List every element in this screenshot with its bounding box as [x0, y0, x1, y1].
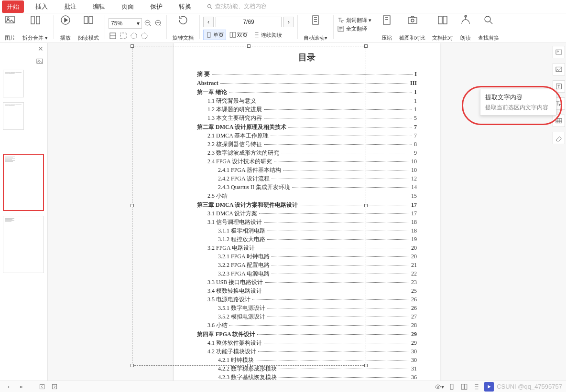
svg-rect-36 — [465, 384, 467, 389]
svg-rect-26 — [556, 50, 562, 54]
svg-point-10 — [131, 33, 137, 39]
view-double[interactable]: 双页 — [227, 30, 250, 40]
rib-find-replace[interactable]: 查找替换 — [476, 14, 501, 41]
tab-convert[interactable]: 转换 — [174, 0, 196, 13]
page-number[interactable]: 7/69 — [216, 17, 282, 27]
compress-icon — [381, 14, 392, 26]
tab-start[interactable]: 开始 — [2, 0, 24, 13]
ribbon: 图片 拆分合并 ▾ 播放 阅读模式 75%▾ 旋转文档 ‹ 7 — [0, 13, 566, 43]
rotate-icon — [177, 14, 189, 26]
svg-rect-17 — [383, 16, 390, 24]
svg-rect-3 — [31, 16, 34, 24]
rtool-image[interactable] — [553, 46, 565, 58]
svg-point-11 — [142, 33, 147, 39]
svg-rect-9 — [120, 33, 126, 39]
camera-icon — [407, 14, 418, 26]
svg-rect-35 — [461, 384, 464, 389]
svg-point-0 — [207, 4, 211, 8]
tooltip-extract-text: 提取文字内容 提取当前选区内文字内容 — [480, 89, 556, 116]
fit-width[interactable] — [109, 32, 117, 40]
tab-annotate[interactable]: 批注 — [59, 0, 81, 13]
sel-translate[interactable]: 划词翻译 ▾ — [337, 16, 371, 24]
rib-rotate[interactable]: 旋转文档 — [170, 14, 196, 41]
sb-last[interactable]: » — [16, 382, 26, 392]
search-icon — [483, 14, 494, 26]
svg-point-33 — [437, 386, 439, 388]
svg-point-19 — [411, 19, 414, 22]
tab-page[interactable]: 页面 — [117, 0, 139, 13]
sb-prev[interactable]: › — [4, 382, 13, 392]
rtool-table[interactable] — [553, 115, 565, 127]
svg-point-25 — [38, 60, 40, 61]
play-icon — [60, 14, 71, 26]
zoom-out[interactable] — [144, 19, 152, 28]
svg-rect-20 — [438, 16, 442, 24]
svg-rect-21 — [443, 16, 447, 24]
svg-rect-31 — [40, 384, 44, 389]
rtool-erase[interactable] — [553, 132, 565, 144]
next-page[interactable]: › — [283, 17, 294, 27]
svg-rect-14 — [233, 32, 236, 38]
panel-options[interactable] — [36, 57, 44, 66]
search-functions[interactable]: 查找功能、文档内容 — [207, 2, 267, 11]
rib-image[interactable]: 图片 — [2, 14, 18, 41]
speaker-icon — [460, 14, 471, 26]
rib-read-mode[interactable]: 阅读模式 — [76, 14, 101, 41]
split-icon — [30, 14, 41, 26]
book-icon — [83, 14, 94, 26]
status-bar: › » ▾ CSUNI @qq_47595757 — [0, 381, 566, 392]
svg-rect-15 — [313, 16, 318, 24]
close-panel[interactable]: ✕ — [38, 45, 44, 53]
svg-rect-34 — [450, 384, 453, 389]
rib-screenshot[interactable]: 截图和对比 — [397, 14, 428, 41]
rib-translate: 划词翻译 ▾ 全文翻译 — [337, 14, 371, 32]
rib-auto-scroll[interactable]: 自动滚动▾ — [301, 14, 330, 41]
compare-icon — [437, 14, 448, 26]
scroll-icon — [310, 14, 321, 26]
watermark: CSUNI @qq_47595757 — [497, 383, 562, 390]
svg-rect-12 — [207, 32, 210, 38]
sb-eye[interactable]: ▾ — [435, 382, 444, 392]
svg-rect-32 — [52, 384, 56, 389]
rib-compress[interactable]: 压缩 — [379, 14, 395, 41]
view-continuous[interactable]: 连续阅读 — [251, 30, 284, 40]
rib-split-merge[interactable]: 拆分合并 ▾ — [20, 14, 50, 41]
sb-single[interactable] — [447, 382, 457, 392]
rtool-image-edit[interactable] — [553, 63, 565, 75]
svg-rect-4 — [36, 16, 40, 24]
sb-back[interactable] — [37, 382, 47, 392]
sb-cont[interactable] — [472, 382, 481, 392]
view-single[interactable]: 单页 — [203, 30, 226, 40]
tab-insert[interactable]: 插入 — [31, 0, 53, 13]
sb-play[interactable] — [484, 382, 494, 392]
sb-fwd[interactable] — [50, 382, 59, 392]
search-icon — [207, 3, 213, 10]
rib-speak[interactable]: 朗读 — [457, 14, 474, 41]
tab-protect[interactable]: 保护 — [145, 0, 167, 13]
svg-rect-18 — [408, 18, 417, 23]
selection-box[interactable] — [132, 46, 366, 366]
tab-edit[interactable]: 编辑 — [88, 0, 110, 13]
fit-page[interactable] — [119, 32, 128, 40]
toc-entry: 4.2.3 数字基线恢复模块36 — [197, 373, 417, 381]
fit-actual[interactable] — [130, 32, 138, 40]
menu-tabs: 开始 插入 批注 编辑 页面 保护 转换 查找功能、文档内容 — [0, 0, 566, 13]
full-translate[interactable]: 全文翻译 — [337, 25, 371, 32]
svg-rect-30 — [556, 118, 562, 123]
zoom-select[interactable]: 75%▾ — [109, 18, 142, 29]
thumb-6[interactable]: ▬▬▬▬▬▬ ▬▬▬▬▬ ▬▬▬▬▬▬ ▬▬▬▬ ▬▬▬▬▬▬ — [3, 102, 24, 130]
zoom-in[interactable] — [154, 19, 163, 28]
thumb-7[interactable]: ▬▬▬▬▬▬▬▬▬▬▬▬▬▬▬▬▬▬▬▬▬▬▬▬▬▬▬▬▬▬▬▬▬▬▬▬▬▬▬▬… — [3, 154, 44, 211]
svg-point-27 — [557, 51, 559, 52]
prev-page[interactable]: ‹ — [203, 17, 214, 27]
svg-point-23 — [485, 16, 490, 22]
svg-rect-13 — [230, 32, 232, 38]
rib-play[interactable]: 播放 — [57, 14, 74, 41]
thumb-5[interactable]: ▬▬▬▬▬▬ ▬▬▬▬▬ ▬▬▬▬▬▬ ▬▬▬▬ ▬▬▬▬▬▬ — [3, 70, 24, 97]
image-icon — [4, 14, 16, 26]
thumbnail-panel: ✕ ▬▬▬▬▬▬ ▬▬▬▬▬ ▬▬▬▬▬▬ ▬▬▬▬ ▬▬▬▬▬▬ ▬▬▬▬▬▬… — [0, 43, 48, 381]
rib-compare[interactable]: 文档比对 — [430, 14, 456, 41]
sb-double[interactable] — [459, 382, 469, 392]
thumb-8[interactable]: ▬▬▬▬▬▬▬▬▬▬▬▬▬▬▬▬▬▬▬▬▬▬▬▬▬▬▬▬▬▬▬▬▬▬▬ — [3, 216, 44, 273]
fit-more[interactable] — [140, 32, 149, 40]
